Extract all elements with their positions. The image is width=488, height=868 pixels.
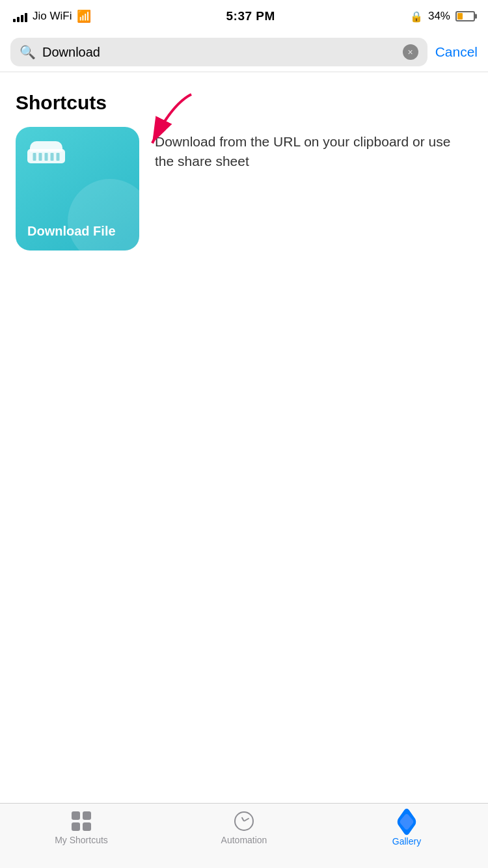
search-icon: 🔍 xyxy=(20,44,36,60)
shortcut-result-area: Download File Download from the URL on y… xyxy=(16,127,472,251)
search-bar: 🔍 Download × Cancel xyxy=(0,33,488,72)
carrier-label: Jio WiFi xyxy=(33,10,72,23)
router-line-2 xyxy=(39,153,42,161)
tab-bar: My Shortcuts Automation Gallery xyxy=(0,803,488,868)
router-body xyxy=(27,149,65,163)
battery-fill xyxy=(457,13,463,20)
status-bar: Jio WiFi 📶 5:37 PM 🔒 34% xyxy=(0,0,488,33)
search-cancel-button[interactable]: Cancel xyxy=(435,44,478,60)
status-time: 5:37 PM xyxy=(226,9,275,23)
gallery-icon xyxy=(396,811,417,832)
clock-hand-minute xyxy=(244,818,250,822)
my-shortcuts-label: My Shortcuts xyxy=(55,835,108,845)
automation-icon xyxy=(234,811,254,831)
shortcut-card-download-file[interactable]: Download File xyxy=(16,127,139,251)
router-line-4 xyxy=(51,153,54,161)
section-title: Shortcuts xyxy=(16,92,472,114)
wifi-icon: 📶 xyxy=(77,9,91,23)
download-icon xyxy=(27,139,65,163)
my-shortcuts-icon xyxy=(72,811,91,831)
router-line-5 xyxy=(57,153,60,161)
shortcut-card-label: Download File xyxy=(27,224,128,239)
lock-icon: 🔒 xyxy=(410,10,423,23)
automation-label: Automation xyxy=(221,835,267,845)
status-right: 🔒 34% xyxy=(410,10,475,23)
gallery-label: Gallery xyxy=(392,836,421,847)
router-line-3 xyxy=(45,153,48,161)
battery-icon xyxy=(455,11,475,21)
bottom-spacer xyxy=(0,270,488,342)
search-input-wrapper[interactable]: 🔍 Download × xyxy=(10,38,427,66)
shortcut-description: Download from the URL on your clipboard … xyxy=(155,127,472,172)
router-lines xyxy=(33,153,60,161)
signal-bars-icon xyxy=(13,10,27,22)
clock-inner xyxy=(236,813,252,830)
router-line-1 xyxy=(33,153,36,161)
tab-gallery[interactable]: Gallery xyxy=(355,811,459,847)
search-clear-button[interactable]: × xyxy=(403,44,418,60)
battery-percent-label: 34% xyxy=(428,10,450,23)
card-decoration xyxy=(68,179,139,251)
status-left: Jio WiFi 📶 xyxy=(13,9,91,23)
main-content: Shortcuts xyxy=(0,72,488,251)
search-input-text[interactable]: Download xyxy=(42,45,396,60)
tab-my-shortcuts[interactable]: My Shortcuts xyxy=(29,811,133,845)
tab-automation[interactable]: Automation xyxy=(192,811,296,845)
shortcut-result-row: Download File Download from the URL on y… xyxy=(16,127,472,251)
